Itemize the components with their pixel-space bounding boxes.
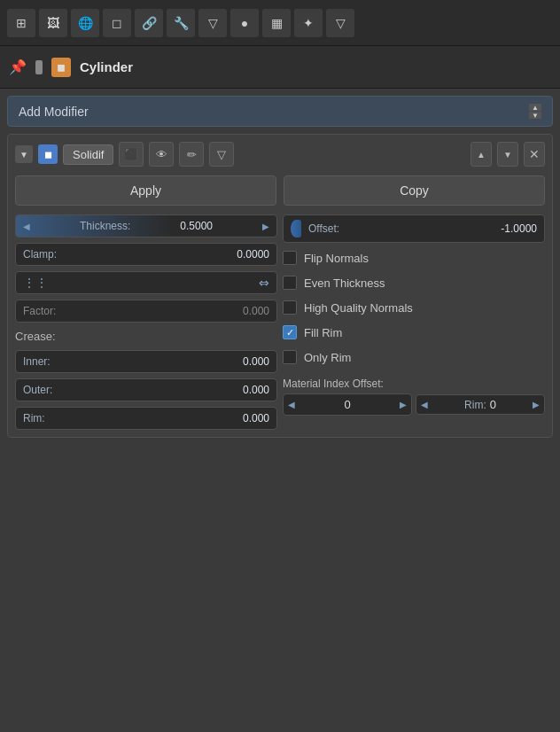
even-thickness-row: Even Thickness xyxy=(283,273,545,292)
high-quality-label: High Quality Normals xyxy=(304,301,413,315)
toolbar-funnel-icon[interactable]: ▽ xyxy=(198,9,227,37)
crease-section-label: Crease: xyxy=(15,328,277,345)
thickness-left-arrow: ◀ xyxy=(23,222,30,231)
header-bar: 📌 ◼ Cylinder xyxy=(0,46,560,89)
factor-field[interactable]: Factor: 0.000 xyxy=(15,300,277,323)
scroll-arrows: ▲ ▼ xyxy=(529,104,541,119)
toolbar-sparkle-icon[interactable]: ✦ xyxy=(294,9,323,37)
modifier-delete-button[interactable]: ✕ xyxy=(524,142,545,167)
outer-crease-field[interactable]: Outer: 0.000 xyxy=(15,378,277,401)
solidify-modifier-block: ▼ ◼ Solidif ⬛ 👁 ✏ ▽ ▲ ▼ ✕ Apply Copy ◀ T xyxy=(7,134,553,438)
toolbar-texture-icon[interactable]: ▦ xyxy=(262,9,291,37)
even-thickness-checkbox[interactable] xyxy=(283,276,297,290)
clamp-value: 0.0000 xyxy=(237,248,269,261)
modifier-params: ◀ Thickness: 0.5000 ▶ Clamp: 0.0000 ⋮⋮ ⇔ xyxy=(15,214,545,430)
fill-rim-checkbox[interactable] xyxy=(283,325,297,339)
even-thickness-label: Even Thickness xyxy=(304,276,385,290)
inner-value: 0.000 xyxy=(243,355,269,368)
factor-label: Factor: xyxy=(23,305,56,317)
toolbar-sphere-icon[interactable]: ● xyxy=(230,9,259,37)
material-index-row: ◀ 0 ▶ ◀ Rim: 0 ▶ xyxy=(283,393,545,416)
high-quality-checkbox[interactable] xyxy=(283,300,297,315)
vertex-dots-icon: ⋮⋮ xyxy=(23,276,48,290)
main-panel: Add Modifier ▲ ▼ ▼ ◼ Solidif ⬛ 👁 ✏ ▽ ▲ ▼… xyxy=(0,89,560,445)
inner-crease-field[interactable]: Inner: 0.000 xyxy=(15,350,277,373)
modifier-render-icon[interactable]: ⬛ xyxy=(119,142,144,167)
object-name: Cylinder xyxy=(80,59,133,74)
toolbar-image-icon[interactable]: 🖼 xyxy=(39,9,67,37)
rim-mat-stepper[interactable]: ◀ Rim: 0 ▶ xyxy=(416,394,545,415)
flip-normals-row: Flip Normals xyxy=(283,248,545,268)
toolbar-grid-icon[interactable]: ⊞ xyxy=(7,9,35,37)
rim-crease-value: 0.000 xyxy=(243,412,269,424)
scroll-up-arrow: ▲ xyxy=(529,104,541,111)
fill-rim-row: Fill Rim xyxy=(283,323,545,342)
top-toolbar: ⊞ 🖼 🌐 ◻ 🔗 🔧 ▽ ● ▦ ✦ ▽ xyxy=(0,0,560,46)
mat-index-value: 0 xyxy=(299,394,395,415)
flip-normals-checkbox[interactable] xyxy=(283,251,297,265)
modifier-name-button[interactable]: Solidif xyxy=(63,144,113,165)
toolbar-box-icon[interactable]: ◻ xyxy=(103,9,131,37)
dot-icon xyxy=(35,60,43,74)
inner-label: Inner: xyxy=(23,355,51,368)
rim-mat-right-arrow[interactable]: ▶ xyxy=(528,395,544,414)
thickness-right-arrow: ▶ xyxy=(262,222,269,231)
rim-crease-label: Rim: xyxy=(23,412,45,424)
object-type-icon: ◼ xyxy=(51,58,71,77)
modifier-collapse-arrow[interactable]: ▼ xyxy=(15,145,33,163)
high-quality-normals-row: High Quality Normals xyxy=(283,298,545,317)
swap-icon[interactable]: ⇔ xyxy=(259,276,269,290)
clamp-field[interactable]: Clamp: 0.0000 xyxy=(15,243,277,266)
modifier-viewport-icon[interactable]: 👁 xyxy=(149,142,174,167)
offset-indicator xyxy=(291,220,301,238)
factor-value: 0.000 xyxy=(243,305,269,317)
offset-value: -1.0000 xyxy=(501,222,537,235)
outer-label: Outer: xyxy=(23,384,52,396)
modifier-edit-icon[interactable]: ✏ xyxy=(179,142,204,167)
rim-crease-field[interactable]: Rim: 0.000 xyxy=(15,407,277,430)
add-modifier-label: Add Modifier xyxy=(19,105,89,119)
rim-label-val: Rim: 0 xyxy=(432,398,528,411)
mat-right-arrow[interactable]: ▶ xyxy=(395,395,411,414)
outer-value: 0.000 xyxy=(243,384,269,396)
toolbar-link-icon[interactable]: 🔗 xyxy=(135,9,163,37)
scroll-down-arrow: ▼ xyxy=(529,112,541,119)
only-rim-checkbox[interactable] xyxy=(283,350,297,364)
apply-button[interactable]: Apply xyxy=(15,175,276,206)
toolbar-tri-icon[interactable]: ▽ xyxy=(326,9,354,37)
mat-index-stepper[interactable]: ◀ 0 ▶ xyxy=(283,393,412,416)
left-column: ◀ Thickness: 0.5000 ▶ Clamp: 0.0000 ⋮⋮ ⇔ xyxy=(15,214,277,430)
modifier-move-down-button[interactable]: ▼ xyxy=(497,142,518,167)
apply-copy-row: Apply Copy xyxy=(15,175,545,206)
clamp-label: Clamp: xyxy=(23,248,57,261)
copy-button[interactable]: Copy xyxy=(284,175,545,206)
thickness-label: Thickness: xyxy=(80,220,130,232)
toolbar-globe-icon[interactable]: 🌐 xyxy=(71,9,99,37)
add-modifier-button[interactable]: Add Modifier ▲ ▼ xyxy=(7,96,553,127)
modifier-type-icon: ◼ xyxy=(38,144,58,164)
right-column: Offset: -1.0000 Flip Normals Even Thickn… xyxy=(283,214,545,430)
only-rim-label: Only Rim xyxy=(304,351,351,364)
fill-rim-label: Fill Rim xyxy=(304,326,342,339)
material-index-section: Material Index Offset: ◀ 0 ▶ ◀ Rim: xyxy=(283,378,545,416)
rim-mat-left-arrow[interactable]: ◀ xyxy=(416,395,432,414)
modifier-header: ▼ ◼ Solidif ⬛ 👁 ✏ ▽ ▲ ▼ ✕ xyxy=(15,142,545,167)
pin-icon[interactable]: 📌 xyxy=(9,58,27,75)
only-rim-row: Only Rim xyxy=(283,347,545,367)
modifier-cage-icon[interactable]: ▽ xyxy=(209,142,234,167)
toolbar-wrench-icon[interactable]: 🔧 xyxy=(167,9,195,37)
thickness-field[interactable]: ◀ Thickness: 0.5000 ▶ xyxy=(15,214,277,238)
rim-mat-value: 0 xyxy=(490,398,496,411)
offset-field[interactable]: Offset: -1.0000 xyxy=(283,214,545,243)
vertex-group-field[interactable]: ⋮⋮ ⇔ xyxy=(15,271,277,294)
flip-normals-label: Flip Normals xyxy=(304,252,369,265)
material-index-label: Material Index Offset: xyxy=(283,378,545,390)
thickness-value: 0.5000 xyxy=(180,220,213,232)
modifier-move-up-button[interactable]: ▲ xyxy=(471,142,492,167)
rim-mat-label: Rim: xyxy=(464,399,486,411)
mat-left-arrow[interactable]: ◀ xyxy=(284,395,299,414)
offset-label: Offset: xyxy=(308,222,339,235)
